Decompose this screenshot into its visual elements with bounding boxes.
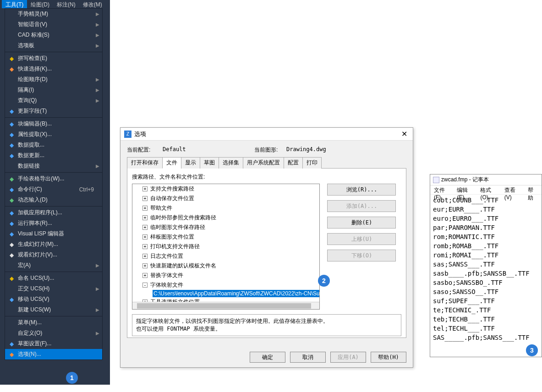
menu-item[interactable]: ◆草图设置(F)... [5, 338, 102, 349]
profile-value: Default [163, 146, 254, 154]
expand-icon[interactable]: - [142, 283, 148, 288]
tab-打印[interactable]: 打印 [302, 157, 322, 169]
tree-node[interactable]: +帮助文件 [132, 203, 319, 213]
separator [5, 272, 102, 272]
menu-item[interactable]: 隔离(I)▶ [5, 85, 102, 95]
expand-icon[interactable]: + [142, 225, 148, 230]
menu-item[interactable]: 新建 UCS(W)▶ [5, 305, 102, 315]
menu-item[interactable]: 智能语音(V)▶ [5, 19, 102, 30]
delete-button[interactable]: 删除(E) [327, 217, 396, 229]
tree-node[interactable]: +支持文件搜索路径 [132, 184, 319, 194]
ok-button[interactable]: 确定 [250, 352, 285, 363]
notepad-menu-item[interactable]: 格式(O) [477, 186, 500, 193]
expand-icon[interactable]: + [142, 206, 148, 211]
menu-item[interactable]: ◆选项(N)... [5, 349, 102, 359]
menu-item-label: 运行脚本(R)... [18, 219, 52, 227]
menu-item[interactable]: ◆手绘表格导出(W)... [5, 174, 102, 184]
menu-item-label: 智能语音(V) [18, 21, 47, 28]
tab-草图[interactable]: 草图 [200, 157, 219, 169]
menu-item[interactable]: 自定义(O)▶ [5, 328, 102, 338]
menu-item[interactable]: ◆数据更新... [5, 150, 102, 161]
tree-hscrollbar[interactable] [132, 302, 319, 309]
menu-item-label: 数据链接 [18, 162, 40, 170]
tree-selected-path[interactable]: C:\Users\lenovo\AppData\Roaming\ZWSoft\Z… [153, 290, 320, 297]
menu-draw[interactable]: 绘图(D) [27, 0, 53, 8]
menu-item-label: 命名 UCS(U)... [18, 274, 54, 282]
tab-选择集[interactable]: 选择集 [219, 157, 243, 169]
menu-item[interactable]: 数据链接▶ [5, 161, 102, 171]
tree-node[interactable]: +打印机支持文件路径 [132, 242, 319, 251]
menu-item[interactable]: ◆属性提取(X)... [5, 129, 102, 140]
dataupdate-icon: ◆ [8, 152, 15, 159]
tree-node-label: 打印机支持文件路径 [150, 243, 200, 250]
tab-用户系统配置[interactable]: 用户系统配置 [243, 157, 284, 169]
menu-item[interactable]: ◆Visual LISP 编辑器 [5, 229, 102, 239]
tree-node[interactable]: +样板图形文件位置 [132, 232, 319, 242]
menu-item[interactable]: ◆动态输入(D) [5, 195, 102, 205]
menu-tools[interactable]: 工具(T) [2, 0, 27, 8]
tree-node[interactable]: -字体映射文件 [132, 280, 319, 290]
browse-button[interactable]: 浏览(R)... [327, 184, 396, 196]
menu-item[interactable]: 查询(Q)▶ [5, 95, 102, 106]
tree-node[interactable]: +临时图形文件保存路径 [132, 223, 319, 232]
expand-icon[interactable]: + [142, 215, 148, 220]
blockedit-icon: ◆ [8, 120, 15, 128]
moveup-button[interactable]: 上移(U) [327, 233, 396, 245]
menu-item[interactable]: ◆数据提取... [5, 140, 102, 150]
menu-item[interactable]: ◆生成幻灯片(M)... [5, 239, 102, 250]
tab-配置[interactable]: 配置 [284, 157, 303, 169]
add-button[interactable]: 添加(A)... [327, 200, 396, 212]
menu-item[interactable]: ◆观看幻灯片(V)... [5, 250, 102, 260]
menu-item[interactable]: ◆更新字段(T) [5, 106, 102, 116]
menu-item[interactable]: 宏(A)▶ [5, 260, 102, 271]
menu-item[interactable]: CAD 标准(S)▶ [5, 30, 102, 40]
submenu-arrow-icon: ▶ [96, 11, 99, 16]
expand-icon[interactable]: + [142, 273, 148, 278]
notepad-menu-item[interactable]: 文件(F) [431, 186, 453, 193]
tree-node[interactable]: +日志文件位置 [132, 251, 319, 261]
expand-icon[interactable]: + [142, 244, 148, 249]
close-icon[interactable]: ✕ [400, 130, 409, 138]
menu-item[interactable]: ◆移动 UCS(V) [5, 294, 102, 305]
notepad-menu-item[interactable]: 查看(V) [502, 186, 524, 193]
menu-item-label: Visual LISP 编辑器 [18, 230, 64, 238]
tab-文件[interactable]: 文件 [162, 157, 181, 169]
menu-item[interactable]: 正交 UCS(H)▶ [5, 283, 102, 294]
menu-item[interactable]: ◆命名 UCS(U)... [5, 273, 102, 283]
tree-node[interactable]: +自动保存文件位置 [132, 194, 319, 203]
menu-dimension[interactable]: 标注(N) [53, 0, 79, 8]
notepad-menu-item[interactable]: 编辑(E) [454, 186, 476, 193]
expand-icon[interactable]: + [142, 234, 148, 240]
menu-item[interactable]: ◆块编辑器(B)... [5, 119, 102, 129]
menu-item[interactable]: ◆拼写检查(E) [5, 53, 102, 64]
menu-item[interactable]: 菜单(M)... [5, 317, 102, 328]
movedown-button[interactable]: 下移(O) [327, 250, 396, 261]
help-button[interactable]: 帮助(H) [371, 352, 406, 363]
expand-icon[interactable]: + [142, 196, 148, 201]
vlisp-icon: ◆ [8, 230, 15, 238]
menu-modify[interactable]: 修改(M) [79, 0, 106, 8]
menu-item[interactable]: 绘图顺序(D)▶ [5, 74, 102, 85]
menu-item[interactable]: 手势精灵(M)▶ [5, 9, 102, 19]
menu-item[interactable]: ◆命令行(C)Ctrl+9 [5, 184, 102, 195]
tree-node[interactable]: +临时外部参照文件搜索路径 [132, 213, 319, 223]
menu-item[interactable]: ◆快速选择(K)... [5, 64, 102, 74]
path-tree[interactable]: +支持文件搜索路径+自动保存文件位置+帮助文件+临时外部参照文件搜索路径+临时图… [132, 184, 320, 310]
notepad-body[interactable]: cobt;COUNB___.TTF eur;EURR____.TTF euro;… [430, 195, 542, 350]
tab-显示[interactable]: 显示 [181, 157, 200, 169]
menu-item-label: 查询(Q) [18, 97, 37, 104]
cancel-button[interactable]: 取消 [290, 352, 326, 363]
menu-item[interactable]: 选项板▶ [5, 40, 102, 51]
expand-icon[interactable]: + [142, 186, 148, 191]
menu-item-label: 数据更新... [18, 152, 44, 159]
expand-icon[interactable]: + [142, 263, 148, 268]
menu-item-label: 选项板 [18, 42, 34, 49]
tree-node[interactable]: +快速新建的默认模板文件名 [132, 261, 319, 271]
tab-打开和保存[interactable]: 打开和保存 [127, 157, 163, 169]
expand-icon[interactable]: + [142, 254, 148, 259]
menu-item[interactable]: ◆加载应用程序(L)... [5, 207, 102, 218]
apply-button[interactable]: 应用(A) [330, 352, 366, 363]
notepad-menu-item[interactable]: 帮助 [525, 186, 541, 193]
tree-node[interactable]: +替换字体文件 [132, 271, 319, 280]
menu-item[interactable]: ◆运行脚本(R)... [5, 218, 102, 229]
